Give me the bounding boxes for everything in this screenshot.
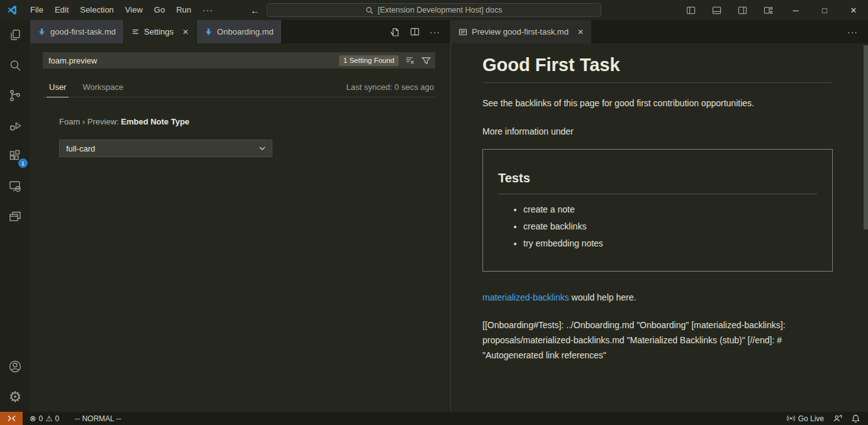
notifications-bell-icon[interactable] (852, 414, 860, 423)
editor-actions-right: ··· (847, 20, 868, 43)
settings-search-box: 1 Setting Found (43, 52, 435, 69)
close-tab-icon[interactable]: ✕ (577, 28, 584, 36)
minimize-button[interactable]: ─ (781, 0, 810, 20)
back-icon[interactable]: ← (250, 5, 260, 16)
settings-scope-tabs: User Workspace Last synced: 0 secs ago (43, 79, 435, 97)
editor-group-left: good-first-task.md Settings ✕ Onboarding… (30, 20, 450, 412)
menu-bar: File Edit Selection View Go Run ··· (25, 0, 219, 20)
setting-category: Foam › Preview: (59, 117, 121, 126)
menu-view[interactable]: View (120, 0, 148, 20)
close-tab-icon[interactable]: ✕ (182, 28, 189, 36)
menu-run[interactable]: Run (170, 0, 197, 20)
split-editor-icon[interactable] (410, 27, 420, 36)
extensions-icon[interactable]: 1 (0, 141, 30, 171)
embedded-note-divider (498, 194, 817, 194)
remote-indicator[interactable] (0, 412, 23, 425)
markdown-file-icon (204, 28, 213, 36)
menu-edit[interactable]: Edit (49, 0, 74, 20)
explorer-icon[interactable] (0, 20, 30, 50)
markdown-preview-icon (459, 28, 467, 36)
menu-more-icon[interactable]: ··· (197, 0, 219, 20)
menu-file[interactable]: File (25, 0, 49, 20)
list-item: try embedding notes (523, 238, 817, 250)
open-settings-json-icon[interactable] (390, 27, 400, 37)
right-tab-strip: Preview good-first-task.md ✕ ··· (451, 20, 868, 43)
settings-search-input[interactable] (48, 56, 339, 65)
source-control-icon[interactable] (0, 80, 30, 111)
list-item: create a note (523, 204, 817, 216)
broadcast-icon (787, 414, 795, 422)
close-window-button[interactable]: ✕ (839, 0, 868, 20)
settings-count-badge: 1 Setting Found (339, 55, 399, 66)
activity-bar: 1 ⚙ (0, 20, 30, 412)
titlebar-right: ─ □ ✕ (678, 0, 868, 20)
preview-paragraph: See the backlinks of this page for good … (482, 97, 833, 110)
markdown-preview: Good First Task See the backlinks of thi… (451, 43, 868, 363)
list-item: create backlinks (523, 221, 817, 233)
more-actions-icon[interactable]: ··· (430, 27, 440, 37)
status-bar: ⊗ 0 ⚠ 0 -- NORMAL -- Go Live (0, 412, 868, 425)
scope-tab-user[interactable]: User (47, 82, 69, 97)
tab-label: Settings (144, 27, 174, 36)
remote-explorer-icon[interactable] (0, 171, 30, 201)
toggle-secondary-sidebar-icon[interactable] (730, 0, 755, 20)
tab-settings[interactable]: Settings ✕ (124, 20, 197, 43)
embedded-note-list: create a note create backlinks try embed… (498, 204, 817, 250)
accounts-icon[interactable] (0, 351, 30, 382)
tab-label: Onboarding.md (217, 27, 274, 36)
tab-label: good-first-task.md (50, 27, 116, 36)
setting-title: Foam › Preview: Embed Note Type (59, 117, 435, 126)
materialized-backlinks-link[interactable]: materialized-backlinks (482, 292, 569, 302)
go-live-button[interactable]: Go Live (787, 414, 824, 423)
command-center[interactable]: [Extension Development Host] docs (267, 3, 601, 17)
search-view-icon[interactable] (0, 50, 30, 80)
editor-windows-icon[interactable] (0, 201, 30, 231)
editor-group-right: Preview good-first-task.md ✕ ··· Good Fi… (450, 20, 868, 412)
customize-layout-icon[interactable] (755, 0, 781, 20)
error-count: 0 (38, 414, 43, 423)
warning-icon: ⚠ (45, 414, 52, 423)
settings-gear-icon[interactable]: ⚙ (0, 382, 30, 412)
embedded-note-title: Tests (498, 171, 817, 185)
command-center-label: [Extension Development Host] docs (377, 6, 502, 14)
run-debug-icon[interactable] (0, 111, 30, 141)
preview-title: Good First Task (482, 55, 833, 75)
menu-selection[interactable]: Selection (74, 0, 119, 20)
vim-mode-indicator[interactable]: -- NORMAL -- (75, 414, 121, 423)
tab-preview-good-first-task[interactable]: Preview good-first-task.md ✕ (451, 20, 592, 43)
markdown-file-icon (38, 28, 46, 36)
preview-paragraph: materialized-backlinks would help here. (482, 291, 833, 304)
status-bar-right: Go Live (787, 414, 868, 423)
chevron-down-icon (259, 145, 266, 152)
search-icon (365, 6, 374, 14)
link-suffix-text: would help here. (569, 292, 637, 302)
extensions-badge: 1 (18, 158, 28, 168)
title-bar: File Edit Selection View Go Run ··· ← → … (0, 0, 868, 20)
scope-tab-workspace[interactable]: Workspace (80, 82, 126, 97)
select-value: full-card (66, 144, 95, 153)
error-icon: ⊗ (30, 414, 36, 423)
more-actions-icon[interactable]: ··· (847, 27, 858, 37)
tab-onboarding[interactable]: Onboarding.md (197, 20, 282, 43)
warning-count: 0 (55, 414, 59, 423)
vscode-window: File Edit Selection View Go Run ··· ← → … (0, 0, 868, 425)
workbench: 1 ⚙ good-first-task.md (0, 20, 868, 412)
setting-name: Embed Note Type (121, 117, 189, 126)
setting-item: Foam › Preview: Embed Note Type full-car… (59, 117, 435, 157)
embed-note-type-select[interactable]: full-card (59, 140, 272, 157)
feedback-icon[interactable] (833, 414, 842, 422)
link-references-text: [[Onboarding#Tests]: ../Onboarding.md "O… (482, 318, 833, 363)
preview-paragraph: More information under (482, 125, 833, 138)
vscode-logo-icon (6, 4, 18, 16)
clear-search-icon[interactable] (405, 55, 415, 65)
toggle-sidebar-icon[interactable] (678, 0, 704, 20)
toggle-panel-icon[interactable] (704, 0, 730, 20)
filter-icon[interactable] (421, 56, 431, 65)
maximize-button[interactable]: □ (810, 0, 839, 20)
tab-label: Preview good-first-task.md (472, 27, 569, 36)
last-synced-label: Last synced: 0 secs ago (347, 82, 434, 97)
preview-scrollbar[interactable] (864, 45, 868, 229)
menu-go[interactable]: Go (148, 0, 170, 20)
problems-indicator[interactable]: ⊗ 0 ⚠ 0 (30, 414, 59, 423)
tab-good-first-task[interactable]: good-first-task.md (30, 20, 124, 43)
